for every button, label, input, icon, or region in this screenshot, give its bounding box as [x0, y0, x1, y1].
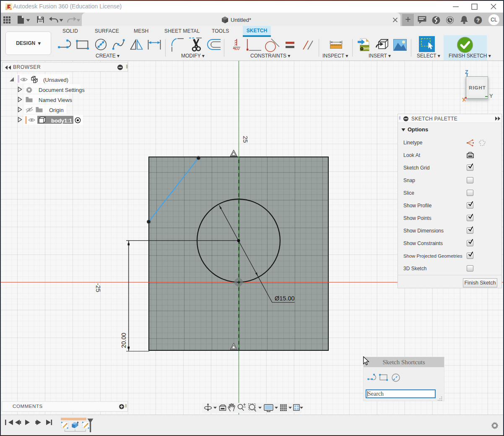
svg-text:Ø15.00: Ø15.00: [275, 295, 295, 302]
svg-text:SVG: SVG: [363, 47, 370, 50]
svg-text:-25: -25: [95, 283, 102, 292]
svg-text:25: 25: [242, 136, 249, 143]
svg-text:?: ?: [476, 17, 480, 23]
svg-text:20.00: 20.00: [120, 333, 127, 348]
